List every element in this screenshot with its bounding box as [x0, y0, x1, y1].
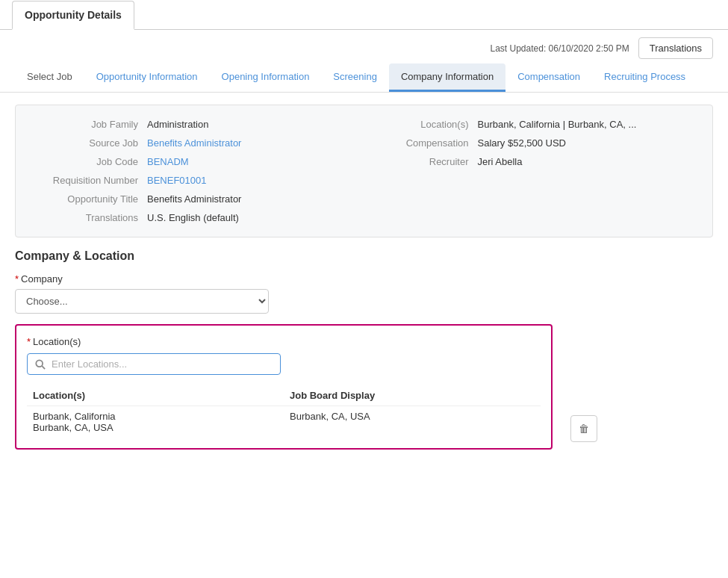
location-cell: Burbank, California Burbank, CA, USA	[27, 406, 284, 438]
company-field: *Company Choose...	[15, 273, 713, 324]
location-line1: Burbank, California	[33, 411, 116, 422]
location-search-input[interactable]	[52, 358, 273, 370]
label-job-code: Job Code	[34, 156, 138, 167]
company-required-star: *	[15, 273, 19, 285]
value-requisition-number[interactable]: BENEF01001	[147, 175, 207, 186]
value-opportunity-title: Benefits Administrator	[147, 193, 241, 205]
job-board-display-cell: Burbank, CA, USA	[284, 406, 541, 438]
company-select[interactable]: Choose...	[15, 289, 269, 314]
top-tab-bar: Opportunity Details	[0, 0, 728, 30]
delete-btn-wrapper: 🗑	[570, 415, 597, 442]
tab-screening[interactable]: Screening	[321, 63, 389, 92]
company-label: *Company	[15, 273, 713, 285]
label-compensation: Compensation	[364, 137, 469, 149]
value-compensation: Salary $52,500 USD	[478, 137, 567, 149]
tab-opportunity-details[interactable]: Opportunity Details	[12, 1, 134, 30]
svg-point-0	[36, 360, 43, 367]
tab-compensation[interactable]: Compensation	[505, 63, 592, 92]
info-right-col: Location(s) Burbank, California | Burban…	[364, 119, 695, 223]
tab-select-job[interactable]: Select Job	[15, 63, 84, 92]
value-locations: Burbank, California | Burbank, CA, ...	[478, 119, 637, 130]
location-label: *Location(s)	[27, 336, 541, 347]
value-job-code[interactable]: BENADM	[147, 156, 189, 167]
location-box: *Location(s) Location(s) Job Board Displ…	[15, 324, 553, 450]
info-row-translations: Translations U.S. English (default)	[34, 212, 364, 223]
tab-recruiting-process[interactable]: Recruiting Process	[592, 63, 697, 92]
location-line2: Burbank, CA, USA	[33, 422, 113, 433]
delete-location-button[interactable]: 🗑	[570, 415, 597, 442]
label-job-family: Job Family	[34, 119, 138, 130]
tab-company-information[interactable]: Company Information	[389, 63, 505, 92]
info-row-opportunity-title: Opportunity Title Benefits Administrator	[34, 193, 364, 205]
section-title: Company & Location	[15, 249, 713, 263]
location-required-star: *	[27, 336, 31, 347]
label-translations-info: Translations	[34, 212, 138, 223]
info-row-job-family: Job Family Administration	[34, 119, 364, 130]
value-source-job[interactable]: Benefits Administrator	[147, 137, 241, 149]
info-summary-box: Job Family Administration Source Job Ben…	[15, 105, 713, 237]
nav-tabs: Select Job Opportunity Information Openi…	[0, 63, 728, 93]
label-recruiter: Recruiter	[364, 156, 469, 167]
svg-line-1	[42, 366, 45, 369]
label-opportunity-title: Opportunity Title	[34, 193, 138, 205]
location-field-wrapper: *Location(s) Location(s) Job Board Displ…	[15, 324, 553, 450]
info-row-compensation: Compensation Salary $52,500 USD	[364, 137, 695, 149]
company-location-section: Company & Location *Company Choose... *L…	[0, 249, 728, 464]
table-row: Burbank, California Burbank, CA, USA Bur…	[27, 406, 541, 438]
last-updated-text: Last Updated: 06/10/2020 2:50 PM	[491, 43, 629, 54]
label-requisition-number: Requisition Number	[34, 175, 138, 186]
info-left-col: Job Family Administration Source Job Ben…	[34, 119, 364, 223]
col-header-job-board: Job Board Display	[284, 385, 541, 406]
search-icon	[35, 359, 46, 370]
header-area: Last Updated: 06/10/2020 2:50 PM Transla…	[0, 30, 728, 63]
tab-opportunity-information[interactable]: Opportunity Information	[84, 63, 210, 92]
tab-opening-information[interactable]: Opening Information	[210, 63, 322, 92]
last-updated-value: 06/10/2020 2:50 PM	[549, 43, 629, 54]
info-row-locations: Location(s) Burbank, California | Burban…	[364, 119, 695, 130]
trash-icon: 🗑	[579, 423, 589, 435]
info-row-job-code: Job Code BENADM	[34, 156, 364, 167]
info-row-source-job: Source Job Benefits Administrator	[34, 137, 364, 149]
translations-button[interactable]: Translations	[638, 37, 713, 59]
col-header-location: Location(s)	[27, 385, 284, 406]
last-updated-label: Last Updated:	[491, 43, 547, 54]
label-source-job: Source Job	[34, 137, 138, 149]
value-recruiter: Jeri Abella	[478, 156, 523, 167]
info-row-requisition-number: Requisition Number BENEF01001	[34, 175, 364, 186]
value-translations-info: U.S. English (default)	[147, 212, 239, 223]
value-job-family: Administration	[147, 119, 208, 130]
info-row-recruiter: Recruiter Jeri Abella	[364, 156, 695, 167]
location-table: Location(s) Job Board Display Burbank, C…	[27, 385, 541, 438]
label-locations: Location(s)	[364, 119, 469, 130]
location-search-container	[27, 353, 281, 375]
location-table-header-row: Location(s) Job Board Display	[27, 385, 541, 406]
